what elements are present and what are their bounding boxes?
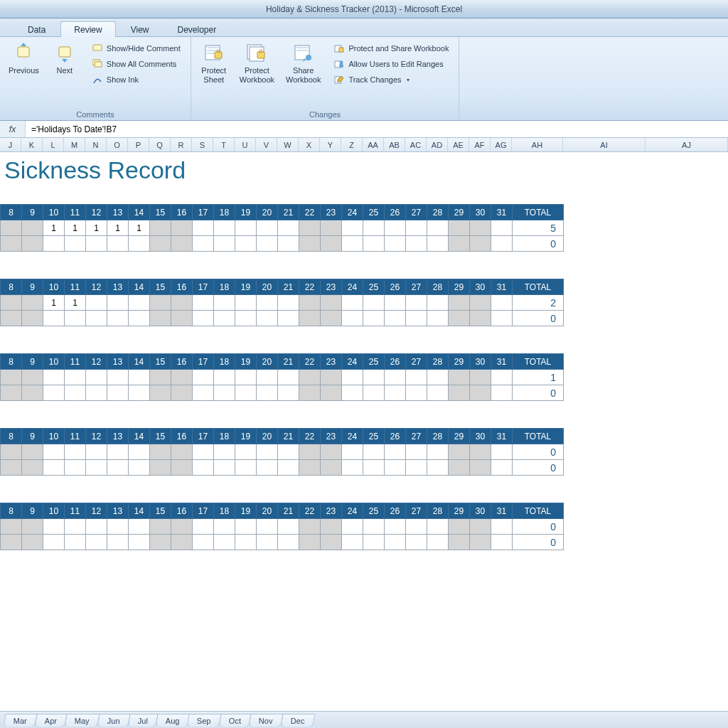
day-cell[interactable] [171,295,193,311]
day-cell[interactable] [278,295,299,311]
day-cell[interactable] [449,236,470,252]
day-cell[interactable] [193,295,214,311]
day-cell[interactable] [470,370,491,385]
day-cell[interactable] [491,236,513,252]
day-cell[interactable] [43,460,65,476]
day-cell[interactable] [22,295,43,311]
day-cell[interactable] [86,444,107,460]
day-cell[interactable] [129,444,150,460]
day-cell[interactable] [427,295,449,311]
day-cell[interactable] [150,311,171,326]
day-cell[interactable] [65,236,86,252]
tab-data[interactable]: Data [14,21,59,37]
day-cell[interactable] [491,295,513,311]
day-cell[interactable] [278,444,299,460]
day-cell[interactable] [406,519,427,535]
day-cell[interactable] [150,385,171,401]
day-cell[interactable] [363,519,385,535]
day-cell[interactable] [321,295,342,311]
day-cell[interactable] [427,370,449,385]
day-cell[interactable] [470,236,491,252]
day-cell[interactable] [43,370,65,385]
day-cell[interactable] [235,385,257,401]
day-cell[interactable] [171,535,193,550]
day-cell[interactable] [257,370,278,385]
day-cell[interactable] [65,311,86,326]
day-cell[interactable] [449,460,470,476]
day-cell[interactable] [278,460,299,476]
day-cell[interactable]: 1 [86,220,107,236]
day-cell[interactable] [257,460,278,476]
day-cell[interactable] [406,444,427,460]
column-header[interactable]: AJ [646,138,728,151]
day-cell[interactable] [65,535,86,550]
day-cell[interactable] [385,519,406,535]
day-cell[interactable] [150,535,171,550]
day-cell[interactable] [427,535,449,550]
day-cell[interactable] [427,311,449,326]
day-cell[interactable] [406,460,427,476]
day-cell[interactable] [342,444,363,460]
day-cell[interactable] [342,220,363,236]
day-cell[interactable] [107,295,129,311]
column-header[interactable]: U [235,138,256,151]
day-cell[interactable] [363,444,385,460]
day-cell[interactable] [1,236,22,252]
day-cell[interactable] [129,385,150,401]
day-cell[interactable] [299,535,321,550]
day-cell[interactable] [214,370,235,385]
next-button[interactable]: Next [46,40,83,77]
day-cell[interactable] [342,295,363,311]
tab-developer[interactable]: Developer [164,21,230,37]
day-cell[interactable] [86,519,107,535]
day-cell[interactable] [235,311,257,326]
day-cell[interactable] [257,220,278,236]
day-cell[interactable]: 1 [107,220,129,236]
day-cell[interactable] [257,385,278,401]
day-cell[interactable] [1,535,22,550]
day-cell[interactable] [86,311,107,326]
day-cell[interactable] [427,236,449,252]
day-cell[interactable] [406,370,427,385]
day-cell[interactable] [86,295,107,311]
day-cell[interactable] [171,460,193,476]
column-header[interactable]: K [21,138,43,151]
day-cell[interactable] [214,295,235,311]
column-header[interactable]: Y [320,138,341,151]
day-cell[interactable] [193,311,214,326]
day-cell[interactable] [65,444,86,460]
day-cell[interactable] [129,370,150,385]
day-cell[interactable] [278,220,299,236]
day-cell[interactable] [214,535,235,550]
day-cell[interactable] [470,460,491,476]
day-cell[interactable] [342,311,363,326]
day-cell[interactable] [385,460,406,476]
column-header[interactable]: P [128,138,149,151]
day-cell[interactable] [1,444,22,460]
day-cell[interactable] [171,444,193,460]
day-cell[interactable] [363,535,385,550]
show-all-comments-button[interactable]: Show All Comments [89,57,183,71]
day-cell[interactable] [214,311,235,326]
day-cell[interactable] [22,311,43,326]
day-cell[interactable] [299,460,321,476]
day-cell[interactable] [278,519,299,535]
day-cell[interactable] [342,460,363,476]
day-cell[interactable] [449,519,470,535]
day-cell[interactable] [193,519,214,535]
day-cell[interactable] [171,370,193,385]
day-cell[interactable] [193,385,214,401]
day-cell[interactable] [1,220,22,236]
day-cell[interactable] [171,385,193,401]
day-cell[interactable] [235,444,257,460]
day-cell[interactable] [1,295,22,311]
sheet-tab[interactable]: Jun [97,714,130,727]
day-cell[interactable] [150,444,171,460]
day-cell[interactable] [107,535,129,550]
day-cell[interactable] [22,444,43,460]
day-cell[interactable] [129,236,150,252]
day-cell[interactable] [22,236,43,252]
sheet-tab[interactable]: May [64,714,100,727]
column-header[interactable]: W [277,138,299,151]
day-cell[interactable] [342,370,363,385]
